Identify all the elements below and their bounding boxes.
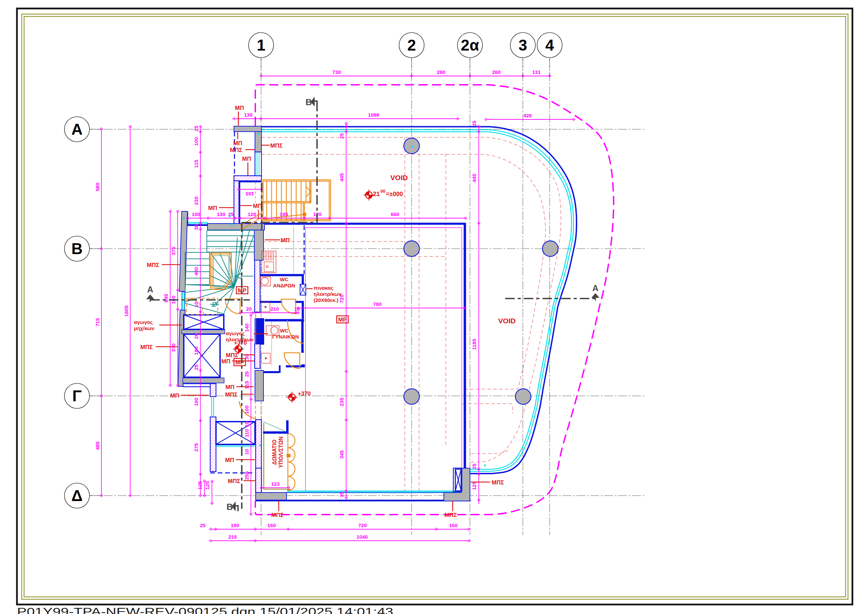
svg-text:00: 00: [380, 189, 385, 194]
svg-text:ΜΠΣ: ΜΠΣ: [140, 344, 153, 350]
svg-text:μηχ/κων: μηχ/κων: [134, 325, 154, 331]
svg-text:A: A: [592, 283, 598, 293]
svg-text:πινακας: πινακας: [314, 285, 333, 291]
svg-text:ΜΠ: ΜΠ: [233, 140, 242, 146]
svg-text:ΜΠΣ: ΜΠΣ: [270, 143, 283, 149]
svg-text:25: 25: [193, 365, 199, 370]
svg-text:25: 25: [339, 133, 344, 139]
svg-text:ΓΥΝΑΙΚΩΝ: ΓΥΝΑΙΚΩΝ: [272, 334, 299, 340]
svg-text:MP: MP: [235, 359, 244, 366]
svg-text:1805: 1805: [123, 305, 129, 317]
svg-text:255: 255: [244, 471, 250, 480]
svg-text:ΜΠ: ΜΠ: [281, 237, 290, 244]
svg-text:190: 190: [231, 522, 239, 528]
svg-text:20: 20: [246, 306, 252, 312]
svg-text:WC: WC: [280, 277, 288, 282]
svg-text:25: 25: [471, 464, 477, 469]
svg-text:1185: 1185: [471, 339, 477, 350]
svg-text:ΜΠ: ΜΠ: [242, 156, 251, 162]
svg-text:ΜΠ: ΜΠ: [253, 203, 262, 209]
svg-text:426: 426: [523, 113, 532, 118]
svg-text:25: 25: [228, 211, 234, 217]
svg-text:730: 730: [332, 69, 341, 75]
svg-text:ΜΠ: ΜΠ: [222, 358, 230, 365]
svg-text:2: 2: [407, 36, 416, 54]
svg-text:25: 25: [244, 372, 250, 377]
svg-text:660: 660: [391, 211, 399, 217]
svg-text:445: 445: [471, 174, 477, 182]
svg-text:131: 131: [532, 69, 541, 75]
svg-text:215: 215: [228, 534, 237, 540]
svg-text:ΜΠΣ: ΜΠΣ: [147, 262, 160, 268]
svg-text:130: 130: [244, 112, 252, 118]
svg-text:100: 100: [244, 406, 250, 414]
svg-text:ΜΠΣ: ΜΠΣ: [445, 512, 457, 518]
svg-text:+370: +370: [298, 390, 311, 397]
svg-text:100: 100: [193, 398, 199, 406]
svg-text:ΜΠ: ΜΠ: [170, 392, 179, 399]
svg-text:845: 845: [163, 294, 169, 302]
svg-text:720: 720: [358, 522, 367, 528]
svg-text:100: 100: [192, 211, 200, 217]
svg-text:20: 20: [193, 333, 199, 339]
svg-text:123: 123: [271, 481, 279, 487]
svg-text:120: 120: [248, 211, 256, 217]
svg-text:125: 125: [205, 481, 210, 490]
svg-text:ΜΠ: ΜΠ: [208, 205, 217, 211]
svg-text:ΥΠΟΛ/ΣΤΩΝ: ΥΠΟΛ/ΣΤΩΝ: [278, 437, 284, 468]
svg-text:A: A: [147, 284, 153, 294]
svg-text:B: B: [71, 240, 82, 258]
svg-text:P01Y99-TPA-NEW-REV-090125.dgn: P01Y99-TPA-NEW-REV-090125.dgn 15/01/2025…: [17, 606, 393, 614]
svg-text:25: 25: [193, 126, 199, 132]
svg-text:ΜΠΣ: ΜΠΣ: [228, 478, 240, 484]
svg-text:(20Χ60εκ.): (20Χ60εκ.): [314, 297, 338, 303]
svg-text:ΜΠΣ: ΜΠΣ: [226, 352, 239, 359]
svg-text:195: 195: [279, 211, 288, 217]
svg-text:4: 4: [545, 36, 554, 54]
svg-text:35: 35: [339, 492, 344, 497]
svg-text:VOID: VOID: [390, 174, 408, 182]
svg-text:160: 160: [267, 522, 276, 528]
svg-text:130: 130: [217, 211, 225, 217]
svg-text:160: 160: [449, 522, 457, 528]
svg-text:25: 25: [200, 522, 206, 528]
svg-text:115: 115: [244, 381, 250, 389]
svg-text:1040: 1040: [356, 534, 367, 540]
svg-text:210: 210: [270, 306, 279, 312]
svg-text:100: 100: [193, 137, 199, 146]
svg-text:ΜΠ: ΜΠ: [235, 105, 244, 111]
svg-text:115: 115: [193, 160, 199, 168]
svg-text:125: 125: [197, 481, 203, 490]
svg-text:780: 780: [373, 301, 381, 307]
svg-text:140: 140: [244, 323, 250, 332]
svg-text:275: 275: [193, 443, 199, 451]
svg-text:ηλεκτρ/κων: ηλεκτρ/κων: [314, 291, 341, 297]
svg-text:10: 10: [244, 449, 250, 455]
svg-text:WC: WC: [280, 328, 288, 333]
svg-text:Γ: Γ: [72, 387, 82, 405]
svg-text:715: 715: [95, 318, 100, 326]
svg-text:MP: MP: [338, 317, 347, 323]
svg-text:=±000: =±000: [386, 191, 403, 197]
svg-text:1088: 1088: [368, 112, 379, 118]
svg-text:445: 445: [339, 173, 344, 182]
svg-text:375: 375: [170, 247, 176, 255]
svg-text:345: 345: [339, 450, 344, 459]
svg-text:25: 25: [471, 121, 477, 126]
svg-text:370: 370: [170, 343, 176, 352]
svg-text:ΜΠΣ: ΜΠΣ: [271, 512, 284, 518]
svg-text:10: 10: [244, 422, 250, 427]
svg-text:ΜΠΣ: ΜΠΣ: [225, 392, 238, 398]
svg-text:125: 125: [471, 481, 477, 490]
svg-text:10: 10: [294, 306, 300, 312]
svg-text:3: 3: [518, 36, 527, 54]
svg-text:+370: +370: [234, 340, 247, 346]
svg-text:2α: 2α: [461, 36, 479, 54]
svg-text:10: 10: [193, 302, 199, 308]
svg-text:ΜΠΣ: ΜΠΣ: [230, 147, 242, 153]
svg-text:30: 30: [193, 225, 199, 230]
svg-text:VOID: VOID: [498, 317, 515, 325]
svg-text:485: 485: [95, 441, 100, 450]
svg-text:580: 580: [95, 182, 100, 191]
svg-text:1: 1: [257, 36, 265, 54]
